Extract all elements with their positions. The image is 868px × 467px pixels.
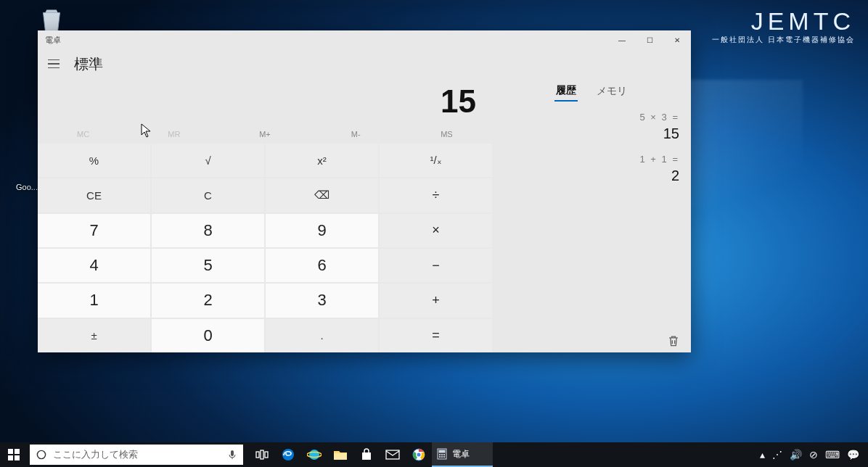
digit-0-button[interactable]: 0 xyxy=(152,319,264,352)
digit-3-button[interactable]: 3 xyxy=(266,284,378,317)
tab-memory[interactable]: メモリ xyxy=(595,82,629,101)
subtract-button[interactable]: − xyxy=(380,249,492,282)
svg-rect-9 xyxy=(386,450,399,459)
digit-9-button[interactable]: 9 xyxy=(266,214,378,247)
search-placeholder: ここに入力して検索 xyxy=(53,448,227,461)
tray-ime-icon[interactable]: ⌨ xyxy=(825,449,840,460)
digit-5-button[interactable]: 5 xyxy=(152,249,264,282)
ms-button[interactable]: MS xyxy=(401,125,492,144)
ce-button[interactable]: CE xyxy=(38,178,150,212)
digit-7-button[interactable]: 7 xyxy=(38,214,150,247)
calculator-window: 電卓 — ☐ ✕ 標準 15 MC MR M+ M- MS xyxy=(38,30,691,352)
percent-button[interactable]: % xyxy=(38,144,150,177)
calculator-icon xyxy=(436,448,448,460)
svg-point-12 xyxy=(417,452,421,457)
microphone-icon[interactable] xyxy=(227,450,237,460)
svg-rect-2 xyxy=(256,452,259,458)
tray-help-icon[interactable]: ⊘ xyxy=(809,449,818,460)
backspace-button[interactable]: ⌫ xyxy=(266,178,378,212)
desktop-icon-label-goo: Goo... xyxy=(16,183,38,191)
reciprocal-button[interactable]: ¹/ₓ xyxy=(380,144,492,177)
svg-rect-1 xyxy=(231,450,234,456)
square-button[interactable]: x² xyxy=(266,144,378,177)
tray-sound-icon[interactable]: 🔊 xyxy=(790,449,802,460)
history-item[interactable]: 5 × 3 = 15 xyxy=(502,107,681,149)
history-expression: 5 × 3 = xyxy=(504,112,679,123)
svg-rect-8 xyxy=(334,453,347,460)
display-area: 15 xyxy=(38,78,492,125)
history-item[interactable]: 1 + 1 = 2 xyxy=(502,149,681,191)
tray-network-icon[interactable]: ⋰ xyxy=(772,449,782,460)
divide-button[interactable]: ÷ xyxy=(380,178,492,212)
digit-8-button[interactable]: 8 xyxy=(152,214,264,247)
taskbar: ここに入力して検索 電卓 ▴ ⋰ 🔊 ⊘ ⌨ 💬 xyxy=(0,442,868,467)
multiply-button[interactable]: × xyxy=(380,214,492,247)
svg-rect-3 xyxy=(261,450,263,459)
history-result: 2 xyxy=(504,168,679,184)
display-value: 15 xyxy=(441,83,476,120)
svg-point-18 xyxy=(439,456,441,458)
mc-button[interactable]: MC xyxy=(38,125,128,144)
equals-button[interactable]: = xyxy=(380,319,492,352)
history-list: 5 × 3 = 15 1 + 1 = 2 xyxy=(502,104,681,334)
mode-label: 標準 xyxy=(74,54,103,74)
maximize-button[interactable]: ☐ xyxy=(636,30,663,49)
decimal-button[interactable]: . xyxy=(266,319,378,352)
watermark-subtitle: 一般社団法人 日本電子機器補修協会 xyxy=(712,35,855,45)
mouse-cursor-icon xyxy=(141,123,151,138)
watermark: JEMTC 一般社団法人 日本電子機器補修協会 xyxy=(712,9,855,45)
svg-point-20 xyxy=(443,456,445,458)
svg-point-0 xyxy=(37,450,45,458)
memory-row: MC MR M+ M- MS xyxy=(38,125,492,144)
history-expression: 1 + 1 = xyxy=(504,154,679,165)
svg-point-19 xyxy=(441,456,443,458)
start-button[interactable] xyxy=(0,442,28,467)
header-row: 標準 xyxy=(38,49,691,78)
window-title: 電卓 xyxy=(45,35,608,46)
titlebar[interactable]: 電卓 — ☐ ✕ xyxy=(38,30,691,49)
add-button[interactable]: + xyxy=(380,284,492,317)
svg-rect-4 xyxy=(265,452,268,458)
svg-point-16 xyxy=(441,454,443,455)
hamburger-menu-icon[interactable] xyxy=(45,55,62,73)
c-button[interactable]: C xyxy=(152,178,264,212)
digit-6-button[interactable]: 6 xyxy=(266,249,378,282)
task-view-icon[interactable] xyxy=(249,442,275,467)
system-tray: ▴ ⋰ 🔊 ⊘ ⌨ 💬 xyxy=(751,449,868,460)
digit-1-button[interactable]: 1 xyxy=(38,284,150,317)
svg-rect-14 xyxy=(439,450,445,452)
svg-point-17 xyxy=(443,454,445,455)
digit-2-button[interactable]: 2 xyxy=(152,284,264,317)
m-minus-button[interactable]: M- xyxy=(311,125,401,144)
ie-icon[interactable] xyxy=(301,442,327,467)
button-grid: % √ x² ¹/ₓ CE C ⌫ ÷ 7 8 9 × 4 5 6 − xyxy=(38,144,492,352)
store-icon[interactable] xyxy=(353,442,380,467)
close-button[interactable]: ✕ xyxy=(663,30,691,49)
windows-logo-icon xyxy=(8,449,20,460)
digit-4-button[interactable]: 4 xyxy=(38,249,150,282)
file-explorer-icon[interactable] xyxy=(327,442,353,467)
desktop-wallpaper: JEMTC 一般社団法人 日本電子機器補修協会 Goo... 電卓 — ☐ ✕ … xyxy=(0,0,868,467)
tray-notifications-icon[interactable]: 💬 xyxy=(847,449,859,460)
taskbar-app-label: 電卓 xyxy=(452,448,470,460)
negate-button[interactable]: ± xyxy=(38,319,150,352)
cortana-circle-icon xyxy=(36,449,47,460)
history-result: 15 xyxy=(504,125,679,142)
svg-point-15 xyxy=(439,454,441,455)
history-tabs: 履歴 メモリ xyxy=(502,78,681,104)
edge-icon[interactable] xyxy=(275,442,301,467)
history-panel: 履歴 メモリ 5 × 3 = 15 1 + 1 = 2 xyxy=(492,78,691,352)
clear-history-icon[interactable] xyxy=(666,334,681,348)
watermark-title: JEMTC xyxy=(712,9,855,33)
m-plus-button[interactable]: M+ xyxy=(219,125,310,144)
sqrt-button[interactable]: √ xyxy=(152,144,264,177)
taskbar-app-calculator[interactable]: 電卓 xyxy=(432,442,493,467)
mail-icon[interactable] xyxy=(380,442,406,467)
calculator-panel: 15 MC MR M+ M- MS % √ x² ¹/ₓ CE C ⌫ xyxy=(38,78,492,352)
search-input[interactable]: ここに入力して検索 xyxy=(30,445,243,465)
chrome-icon[interactable] xyxy=(406,442,432,467)
tray-up-icon[interactable]: ▴ xyxy=(760,449,765,460)
svg-point-6 xyxy=(309,450,319,460)
tab-history[interactable]: 履歴 xyxy=(554,81,578,102)
minimize-button[interactable]: — xyxy=(608,30,636,49)
